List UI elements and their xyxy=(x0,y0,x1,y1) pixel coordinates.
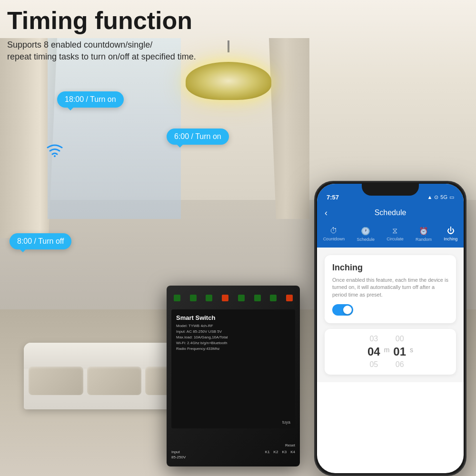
phone-mockup: 7:57 ▲ ⊙ 5G ▭ ‹ Schedule ⏱ Countdown 🕐 S… xyxy=(314,181,466,476)
chandelier-body xyxy=(186,62,271,100)
inching-toggle[interactable] xyxy=(332,304,353,316)
phone-notch xyxy=(362,182,419,196)
toggle-thumb xyxy=(343,306,352,314)
battery-level: ▭ xyxy=(449,194,454,200)
bubble-18-turn-on: 18:00 / Turn on xyxy=(57,91,124,108)
sec-below: 06 xyxy=(396,360,404,369)
schedule-icon: 🕐 xyxy=(361,227,370,236)
k4-label: K4 xyxy=(290,450,295,454)
svg-point-0 xyxy=(54,155,56,157)
phone-header: ‹ Schedule xyxy=(317,205,464,223)
tab-countdown[interactable]: ⏱ Countdown xyxy=(323,227,345,242)
smart-switch-device: Smart Switch Model: TYWB 4ch-RF Input: A… xyxy=(167,286,300,466)
input-label: Input xyxy=(171,450,180,454)
phone-content: Inching Once enabled this feature, each … xyxy=(317,248,464,382)
tab-circulate[interactable]: ⧖ Circulate xyxy=(387,227,404,242)
status-time: 7:57 xyxy=(327,194,339,201)
bubble-8-turn-off: 8:00 / Turn off xyxy=(10,233,71,249)
terminal-5 xyxy=(238,295,245,301)
phone-screen: 7:57 ▲ ⊙ 5G ▭ ‹ Schedule ⏱ Countdown 🕐 S… xyxy=(317,184,464,473)
min-above: 03 xyxy=(369,335,378,343)
tab-random[interactable]: ⏰ Random xyxy=(416,227,432,242)
wifi-icon xyxy=(45,143,64,157)
k3-label: K3 xyxy=(282,450,287,454)
terminal-7 xyxy=(270,295,277,301)
tab-random-label: Random xyxy=(416,237,432,242)
sec-above: 00 xyxy=(396,335,404,343)
terminal-3 xyxy=(206,295,212,301)
cushion-2 xyxy=(87,367,142,395)
min-selected: 04 xyxy=(367,345,380,358)
switch-model: Model: TYWB 4ch-RF Input: AC 85-250V USB… xyxy=(176,323,290,352)
tab-countdown-label: Countdown xyxy=(323,237,345,241)
reset-label: Reset xyxy=(171,443,295,447)
phone-tabs: ⏱ Countdown 🕐 Schedule ⧖ Circulate ⏰ Ran… xyxy=(317,223,464,248)
sec-selected: 01 xyxy=(393,345,406,358)
tab-inching-label: Inching xyxy=(444,237,457,241)
countdown-icon: ⏱ xyxy=(330,227,337,235)
tab-circulate-label: Circulate xyxy=(387,237,404,241)
signal-icon: ▲ xyxy=(427,194,432,200)
terminal-8 xyxy=(286,295,293,301)
tuya-brand: tuya xyxy=(282,420,290,425)
seconds-column: 00 01 06 xyxy=(393,335,406,369)
circulate-icon: ⧖ xyxy=(392,227,397,235)
cushion-1 xyxy=(29,367,83,395)
tab-schedule-label: Schedule xyxy=(357,237,375,242)
header-title: Schedule xyxy=(375,208,407,217)
switch-title: Smart Switch xyxy=(176,314,290,321)
time-sep-s: s xyxy=(410,346,413,354)
min-below: 05 xyxy=(369,360,378,369)
minutes-column: 03 04 05 xyxy=(367,335,380,369)
tab-inching[interactable]: ⏻ Inching xyxy=(444,227,457,242)
battery-icon: 5G xyxy=(440,194,447,200)
page-subtitle: Supports 8 enabled countdown/single/repe… xyxy=(7,39,309,63)
inching-title: Inching xyxy=(332,263,448,273)
tab-schedule[interactable]: 🕐 Schedule xyxy=(357,227,375,242)
terminal-2 xyxy=(190,295,197,301)
back-button[interactable]: ‹ xyxy=(325,208,327,218)
wifi-status-icon: ⊙ xyxy=(434,194,438,200)
inching-icon: ⏻ xyxy=(447,227,455,235)
inching-description: Once enabled this feature, each time the… xyxy=(332,277,448,298)
title-section: Timing function Supports 8 enabled count… xyxy=(7,7,309,63)
bubble-6-turn-on: 6:00 / Turn on xyxy=(167,129,229,145)
time-picker[interactable]: 03 04 05 m 00 01 06 s xyxy=(325,329,456,375)
time-sep-m: m xyxy=(384,346,390,354)
k2-label: K2 xyxy=(274,450,278,454)
terminal-6 xyxy=(254,295,261,301)
voltage-label: 85-250V xyxy=(171,455,295,459)
terminal-4 xyxy=(222,295,228,301)
time-columns: 03 04 05 m 00 01 06 s xyxy=(330,335,450,369)
status-icons: ▲ ⊙ 5G ▭ xyxy=(427,194,454,200)
terminal-1 xyxy=(174,295,180,301)
k1-label: K1 xyxy=(265,450,270,454)
page-title: Timing function xyxy=(7,7,309,34)
window xyxy=(48,38,181,219)
inching-card: Inching Once enabled this feature, each … xyxy=(325,255,456,323)
random-icon: ⏰ xyxy=(419,227,428,236)
